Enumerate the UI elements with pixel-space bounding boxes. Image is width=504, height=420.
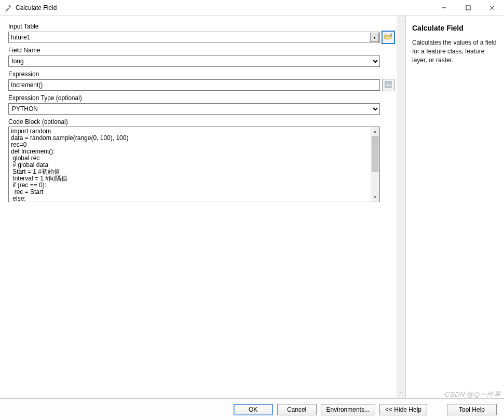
code-scrollbar[interactable]: ▲ ▼	[371, 127, 379, 202]
svg-rect-5	[386, 82, 391, 83]
browse-button[interactable]	[382, 31, 394, 44]
cancel-button[interactable]: Cancel	[277, 404, 317, 415]
help-body: Calculates the values of a field for a f…	[412, 38, 498, 64]
environments-button[interactable]: Environments...	[321, 404, 375, 415]
chevron-down-icon[interactable]: ▼	[370, 33, 379, 42]
button-bar: OK Cancel Environments... << Hide Help T…	[0, 398, 504, 420]
scrollbar-track[interactable]	[371, 172, 379, 193]
scrollbar-thumb[interactable]	[372, 136, 378, 172]
close-button[interactable]	[480, 0, 504, 16]
form-pane: Input Table ▼	[0, 16, 405, 398]
window-controls	[432, 0, 504, 15]
input-table-value[interactable]	[9, 32, 370, 43]
field-name-select[interactable]: long	[8, 55, 380, 67]
svg-point-6	[386, 85, 387, 86]
tool-help-button[interactable]: Tool Help	[447, 404, 497, 415]
spacer	[382, 158, 394, 171]
svg-point-7	[388, 85, 389, 86]
scroll-up-icon[interactable]: ▲	[371, 127, 379, 136]
input-table-combo[interactable]: ▼	[8, 32, 380, 43]
hide-help-button[interactable]: << Hide Help	[379, 404, 427, 415]
maximize-button[interactable]	[456, 0, 480, 16]
help-pane: Calculate Field Calculates the values of…	[405, 16, 504, 398]
spacer	[382, 55, 394, 67]
ok-button[interactable]: OK	[234, 404, 273, 415]
expression-input[interactable]	[8, 79, 380, 91]
expression-builder-button[interactable]	[382, 79, 394, 91]
svg-point-10	[388, 86, 389, 87]
scroll-down-icon[interactable]: ▼	[371, 193, 379, 202]
folder-open-icon	[384, 33, 392, 42]
svg-rect-1	[466, 6, 470, 10]
label-expression-type: Expression Type (optional)	[8, 94, 394, 102]
label-field-name: Field Name	[8, 47, 394, 54]
spacer	[382, 103, 394, 115]
window-title: Calculate Field	[16, 4, 432, 11]
pane-scrollbar[interactable]: ︿ ﹀	[397, 16, 405, 398]
svg-point-9	[386, 86, 387, 87]
svg-point-11	[389, 86, 390, 87]
chevron-up-icon[interactable]: ︿	[397, 17, 405, 24]
expression-type-select[interactable]: PYTHON	[8, 103, 380, 115]
code-block-textarea[interactable]: import random data = random.sample(range…	[9, 127, 371, 202]
hammer-icon	[4, 4, 12, 12]
label-input-table: Input Table	[8, 23, 394, 30]
label-code-block: Code Block (optional)	[8, 118, 394, 125]
calculator-icon	[385, 81, 392, 90]
label-expression: Expression	[8, 71, 394, 78]
chevron-down-icon[interactable]: ﹀	[397, 389, 405, 397]
titlebar: Calculate Field	[0, 0, 504, 16]
svg-point-8	[389, 85, 390, 86]
minimize-button[interactable]	[432, 0, 456, 16]
code-block-wrap: import random data = random.sample(range…	[8, 127, 380, 202]
help-title: Calculate Field	[412, 24, 498, 32]
